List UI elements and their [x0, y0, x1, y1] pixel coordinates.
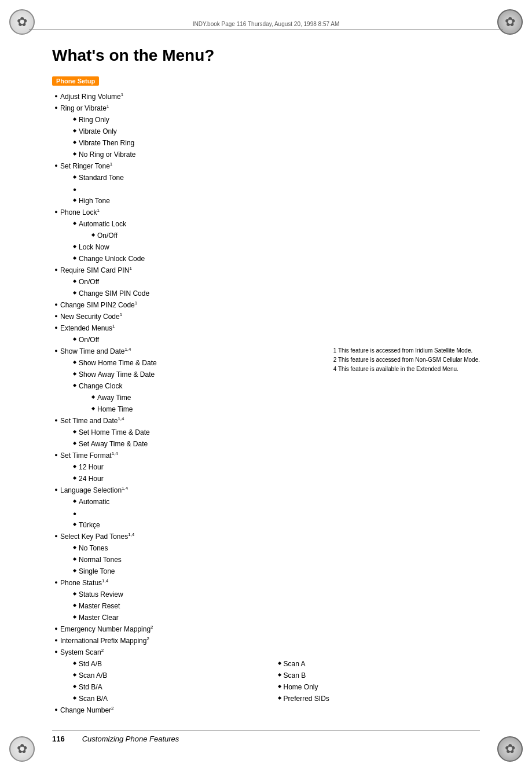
- item-label: Scan B: [284, 670, 480, 681]
- item-label: Change SIM PIN Code: [79, 288, 480, 299]
- list-item: Away Time: [89, 392, 480, 403]
- bullet-icon: [71, 660, 79, 667]
- item-label: Away Time: [97, 392, 480, 403]
- corner-decoration-bl: ✿: [7, 734, 37, 764]
- bullet-icon: [71, 127, 79, 134]
- list-item: Türkçe: [71, 520, 480, 530]
- list-item: Master Clear: [71, 612, 480, 623]
- list-item: System Scan2: [52, 647, 480, 658]
- page-footer: 116 Customizing Phone Features: [52, 730, 480, 743]
- phone-setup-badge: Phone Setup: [52, 76, 99, 86]
- list-item: Change SIM PIN2 Code1: [52, 300, 480, 310]
- item-label: Standard Tone: [79, 172, 480, 183]
- bullet-icon: [71, 671, 79, 678]
- list-item: 12 Hour: [71, 462, 480, 472]
- item-label: Adjust Ring Volume1: [60, 91, 480, 102]
- bullet-icon: [52, 93, 60, 101]
- list-item: Home Only: [276, 682, 480, 692]
- list-item: No Tones: [71, 543, 480, 553]
- footnote-1: 1 This feature is accessed from Iridium …: [333, 346, 480, 355]
- bullet-icon: [71, 255, 79, 262]
- item-label: Phone Lock1: [60, 207, 480, 218]
- item-label: Extended Menus1: [60, 323, 480, 333]
- list-item: Ring or Vibrate1: [52, 103, 480, 113]
- header-bar: INDY.book Page 116 Thursday, August 20, …: [29, 21, 503, 30]
- item-label: Change Number2: [60, 705, 480, 715]
- list-item: Vibrate Then Ring: [71, 138, 480, 148]
- footnote-2: 2 This feature is accessed from Non-GSM …: [333, 355, 480, 365]
- item-label: Emergency Number Mapping2: [60, 624, 480, 634]
- item-label: Std B/A: [79, 682, 276, 692]
- list-item: Change Clock: [71, 381, 480, 391]
- item-label: Preferred SIDs: [284, 693, 480, 704]
- list-item: International Prefix Mapping2: [52, 636, 480, 646]
- bullet-icon: [52, 324, 60, 332]
- list-item: Scan B: [276, 670, 480, 681]
- bullet-icon: [71, 428, 79, 435]
- bullet-icon: [52, 266, 60, 274]
- compass-icon-br: ✿: [497, 736, 523, 762]
- header-file-info: INDY.book Page 116 Thursday, August 20, …: [193, 21, 340, 27]
- item-label: Master Reset: [79, 601, 480, 611]
- item-label: Ring Only: [79, 115, 480, 125]
- item-label: Home Only: [284, 682, 480, 692]
- list-item: On/Off: [71, 335, 480, 345]
- item-label: Scan A/B: [79, 670, 276, 681]
- bullet-icon: [71, 382, 79, 389]
- item-label: High Tone: [79, 196, 480, 206]
- bullet-icon: [52, 648, 60, 656]
- scan-grid: Std A/B Scan A/B Std B/A Scan B/A: [71, 659, 480, 705]
- bullet-icon: [71, 602, 79, 609]
- bullet-icon: [52, 208, 60, 216]
- list-item: Set Away Time & Date: [71, 439, 480, 449]
- bullet-icon: [276, 695, 284, 702]
- bullet-icon: [52, 579, 60, 587]
- item-label: Set Ringer Tone1: [60, 161, 480, 171]
- list-item: Std A/B: [71, 659, 276, 669]
- bullet-icon: [71, 359, 79, 366]
- bullet-icon: [52, 533, 60, 541]
- scan-col-2: Scan A Scan B Home Only Preferred SIDs: [276, 659, 480, 705]
- bullet-icon: [71, 556, 79, 563]
- list-item: Change SIM PIN Code: [71, 288, 480, 299]
- item-label: No Ring or Vibrate: [79, 149, 480, 160]
- list-item: Automatic: [71, 497, 480, 507]
- item-label: Master Clear: [79, 612, 480, 623]
- list-item: Vibrate Only: [71, 126, 480, 137]
- bullet-icon: [71, 289, 79, 296]
- footnotes: 1 This feature is accessed from Iridium …: [333, 346, 480, 374]
- item-label: Vibrate Then Ring: [79, 138, 480, 148]
- list-item: Automatic Lock: [71, 219, 480, 229]
- item-label: On/Off: [79, 335, 480, 345]
- item-label: Automatic: [79, 497, 480, 507]
- bullet-icon: [89, 405, 97, 412]
- list-item: Home Time: [89, 404, 480, 414]
- item-label: 24 Hour: [79, 473, 480, 484]
- bullet-icon: [71, 695, 79, 702]
- list-item: •: [71, 508, 480, 519]
- list-item: High Tone: [71, 196, 480, 206]
- footer-chapter-title: Customizing Phone Features: [82, 735, 179, 743]
- bullet-icon: [52, 417, 60, 425]
- item-label: On/Off: [97, 230, 480, 241]
- list-item: New Security Code1: [52, 311, 480, 322]
- bullet-icon: [71, 567, 79, 574]
- list-item: Language Selection1,4: [52, 485, 480, 495]
- item-label: Set Home Time & Date: [79, 427, 480, 438]
- item-label: On/Off: [79, 277, 480, 287]
- bullet-icon: [89, 232, 97, 238]
- list-item: Normal Tones: [71, 555, 480, 565]
- list-item: On/Off: [71, 277, 480, 287]
- bullet-icon: [71, 463, 79, 470]
- item-label: Normal Tones: [79, 555, 480, 565]
- item-label: Scan B/A: [79, 693, 276, 704]
- bullet-icon: [71, 174, 79, 181]
- bullet-icon: [52, 162, 60, 170]
- bullet-icon: [71, 278, 79, 285]
- bullet-icon: [71, 197, 79, 204]
- bullet-icon: [71, 220, 79, 227]
- list-item: Set Ringer Tone1: [52, 161, 480, 171]
- main-content: What's on the Menu? Phone Setup Adjust R…: [52, 46, 480, 717]
- item-label: Require SIM Card PIN1: [60, 265, 480, 276]
- bullet-icon: [71, 683, 79, 690]
